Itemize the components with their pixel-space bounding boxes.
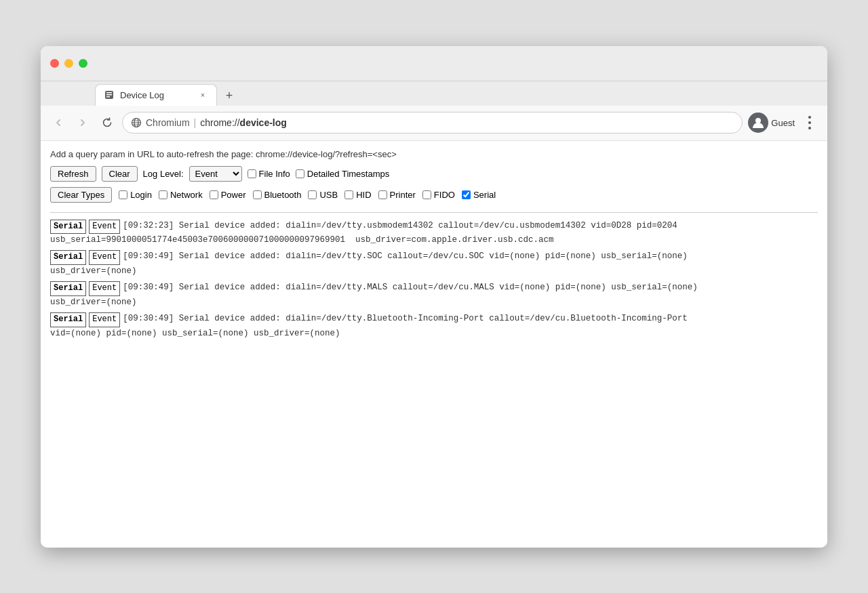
- tabbar: Device Log × +: [41, 81, 827, 106]
- reload-button[interactable]: [98, 113, 117, 132]
- detailed-timestamps-input[interactable]: [296, 169, 304, 178]
- type-serial-input[interactable]: [462, 190, 471, 199]
- type-hid-label: HID: [356, 190, 371, 200]
- controls-row1: Refresh Clear Log Level: Event Verbose D…: [50, 166, 818, 182]
- log-level-select[interactable]: Event Verbose Debug Info Warning Error: [189, 166, 242, 182]
- controls-row2: Clear Types Login Network Power Bluetoot…: [50, 187, 818, 203]
- tag-serial-2: Serial: [50, 281, 86, 295]
- profile-area[interactable]: Guest: [748, 113, 795, 133]
- svg-rect-2: [106, 94, 112, 96]
- log-entry-2: Serial Event [09:30:49] Serial device ad…: [50, 281, 818, 308]
- file-info-label: File Info: [259, 169, 290, 179]
- svg-rect-3: [106, 96, 110, 98]
- type-fido[interactable]: FIDO: [422, 190, 455, 200]
- log-text-0: [09:32:23] Serial device added: dialin=/…: [123, 220, 677, 232]
- type-bluetooth-input[interactable]: [253, 190, 262, 199]
- tab-favicon: [104, 89, 115, 100]
- info-bar: Add a query param in URL to auto-refresh…: [50, 149, 818, 159]
- active-tab[interactable]: Device Log ×: [95, 84, 217, 106]
- tag-serial-1: Serial: [50, 250, 86, 264]
- type-usb-input[interactable]: [308, 190, 317, 199]
- tag-event-0: Event: [89, 220, 120, 234]
- maximize-button[interactable]: [79, 59, 87, 68]
- type-power-input[interactable]: [210, 190, 218, 199]
- type-network[interactable]: Network: [159, 190, 203, 200]
- tab-close-button[interactable]: ×: [197, 89, 208, 100]
- detailed-timestamps-checkbox[interactable]: Detailed Timestamps: [296, 169, 389, 179]
- type-serial-label: Serial: [473, 190, 496, 200]
- type-network-label: Network: [170, 190, 203, 200]
- minimize-button[interactable]: [64, 59, 73, 68]
- type-login-label: Login: [130, 190, 152, 200]
- tab-title: Device Log: [120, 90, 192, 100]
- address-bar[interactable]: Chromium | chrome://device-log: [122, 112, 743, 134]
- address-favicon: [131, 117, 142, 128]
- log-text-1: [09:30:49] Serial device added: dialin=/…: [123, 250, 688, 263]
- log-text-2-cont: usb_driver=(none): [50, 296, 818, 309]
- traffic-lights: [50, 59, 87, 68]
- detailed-timestamps-label: Detailed Timestamps: [307, 169, 389, 179]
- log-level-label: Log Level:: [143, 169, 184, 179]
- log-text-0-cont: usb_serial=9901000051774e45003e700600000…: [50, 234, 818, 247]
- file-info-input[interactable]: [248, 169, 256, 178]
- type-hid-input[interactable]: [344, 190, 353, 199]
- type-login[interactable]: Login: [119, 190, 152, 200]
- log-text-1-cont: usb_driver=(none): [50, 265, 818, 278]
- address-url: chrome://device-log: [200, 117, 287, 128]
- svg-point-9: [755, 118, 761, 123]
- type-serial[interactable]: Serial: [462, 190, 496, 200]
- log-entry-0: Serial Event [09:32:23] Serial device ad…: [50, 220, 818, 247]
- back-button[interactable]: [49, 113, 68, 132]
- type-bluetooth[interactable]: Bluetooth: [253, 190, 302, 200]
- svg-rect-1: [106, 92, 112, 94]
- type-fido-label: FIDO: [434, 190, 455, 200]
- clear-types-button[interactable]: Clear Types: [50, 187, 112, 203]
- profile-icon: [748, 113, 768, 133]
- refresh-button[interactable]: Refresh: [50, 166, 96, 182]
- address-separator: |: [194, 117, 197, 128]
- type-hid[interactable]: HID: [344, 190, 371, 200]
- log-text-3: [09:30:49] Serial device added: dialin=/…: [123, 312, 688, 325]
- tag-serial-0: Serial: [50, 220, 86, 234]
- type-network-input[interactable]: [159, 190, 167, 199]
- log-entry-1: Serial Event [09:30:49] Serial device ad…: [50, 250, 818, 277]
- log-entry-3: Serial Event [09:30:49] Serial device ad…: [50, 312, 818, 340]
- tag-event-1: Event: [89, 250, 120, 264]
- log-text-2: [09:30:49] Serial device added: dialin=/…: [123, 281, 698, 294]
- profile-label: Guest: [771, 118, 795, 128]
- type-fido-input[interactable]: [422, 190, 431, 199]
- page-content: Add a query param in URL to auto-refresh…: [41, 141, 827, 548]
- new-tab-button[interactable]: +: [220, 87, 239, 106]
- type-printer-label: Printer: [390, 190, 416, 200]
- url-bold: device-log: [240, 117, 287, 128]
- type-power[interactable]: Power: [210, 190, 246, 200]
- type-usb-label: USB: [319, 190, 338, 200]
- clear-button[interactable]: Clear: [102, 166, 138, 182]
- file-info-checkbox[interactable]: File Info: [248, 169, 290, 179]
- browser-brand: Chromium: [146, 117, 190, 128]
- type-printer[interactable]: Printer: [378, 190, 416, 200]
- tag-event-2: Event: [89, 281, 120, 295]
- type-power-label: Power: [221, 190, 246, 200]
- type-usb[interactable]: USB: [308, 190, 338, 200]
- type-bluetooth-label: Bluetooth: [264, 190, 302, 200]
- forward-button[interactable]: [73, 113, 92, 132]
- url-prefix: chrome://: [200, 117, 239, 128]
- tag-serial-3: Serial: [50, 312, 86, 327]
- log-text-3-cont: vid=(none) pid=(none) usb_serial=(none) …: [50, 327, 818, 340]
- tag-event-3: Event: [89, 312, 120, 327]
- browser-menu-button[interactable]: [800, 113, 819, 132]
- close-button[interactable]: [50, 59, 59, 68]
- addressbar: Chromium | chrome://device-log Guest: [41, 106, 827, 141]
- log-entries: Serial Event [09:32:23] Serial device ad…: [50, 220, 818, 340]
- titlebar: [41, 46, 827, 81]
- type-printer-input[interactable]: [378, 190, 387, 199]
- browser-window: Device Log × +: [41, 46, 827, 548]
- type-login-input[interactable]: [119, 190, 127, 199]
